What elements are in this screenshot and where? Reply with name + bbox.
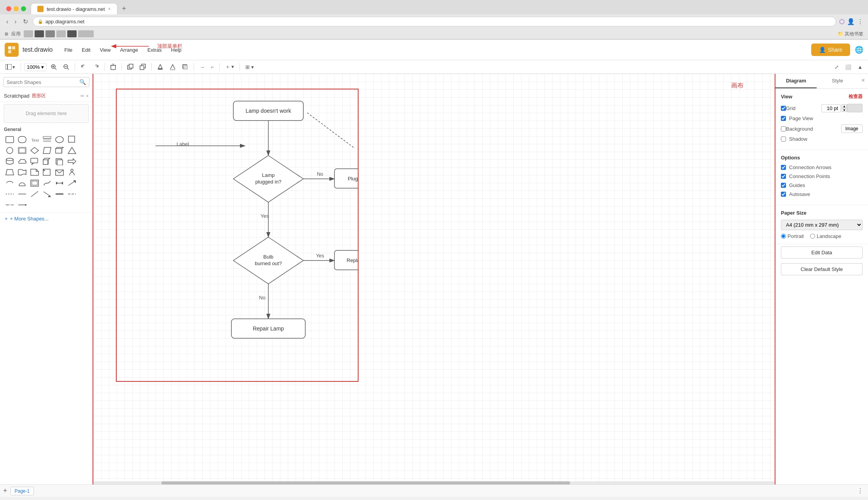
delete-btn[interactable] <box>108 62 118 72</box>
shadow-checkbox[interactable] <box>781 136 786 142</box>
spin-down-btn[interactable]: ▼ <box>842 108 847 112</box>
active-tab[interactable]: test.drawio - diagrams.net × <box>31 3 117 14</box>
more-shapes-btn[interactable]: + + More Shapes... <box>0 212 93 225</box>
shape-wave[interactable] <box>16 167 28 177</box>
autosave-checkbox[interactable] <box>781 192 786 197</box>
forward-btn[interactable]: › <box>13 17 18 26</box>
shape-double-rect[interactable] <box>16 145 28 156</box>
horizontal-scrollbar[interactable] <box>93 481 775 484</box>
clear-default-style-btn[interactable]: Clear Default Style <box>781 263 863 275</box>
shape-arrow-right[interactable] <box>66 156 78 166</box>
shape-message[interactable] <box>54 167 65 177</box>
back-btn[interactable]: ‹ <box>5 17 10 26</box>
grid-checkbox[interactable] <box>781 106 786 111</box>
shape-box-3d[interactable] <box>41 156 53 166</box>
shape-rounded-rect[interactable] <box>16 135 28 145</box>
zoom-out-btn[interactable] <box>61 62 72 72</box>
new-tab-btn[interactable]: + <box>119 5 130 13</box>
url-input[interactable]: 🔒 app.diagrams.net <box>33 17 836 26</box>
tab-diagram[interactable]: Diagram <box>775 74 817 88</box>
edit-data-btn[interactable]: Edit Data <box>781 247 863 259</box>
search-input[interactable] <box>7 79 79 85</box>
shape-circle[interactable] <box>4 145 16 156</box>
table-btn[interactable]: ⊞ ▾ <box>243 63 256 72</box>
shape-s-curve[interactable] <box>41 178 53 188</box>
shape-square[interactable] <box>66 135 78 145</box>
shape-diagonal-line[interactable] <box>29 189 40 199</box>
close-window-btn[interactable] <box>6 6 11 11</box>
shape-parallelogram[interactable] <box>41 145 53 156</box>
background-checkbox[interactable] <box>781 126 786 131</box>
menu-file[interactable]: File <box>60 45 76 54</box>
remove-icon[interactable]: × <box>86 93 89 99</box>
shape-box-open[interactable] <box>54 156 65 166</box>
menu-edit[interactable]: Edit <box>78 45 94 54</box>
shape-half-circle[interactable] <box>16 178 28 188</box>
waypoint-btn[interactable]: ⌐ <box>208 63 216 72</box>
canvas-area[interactable]: 画布 Lamp doesn't work Label <box>93 74 775 484</box>
tab-style[interactable]: Style <box>817 74 858 88</box>
shape-text[interactable]: Text <box>29 135 40 145</box>
shape-trapezoid[interactable] <box>4 167 16 177</box>
to-back-btn[interactable] <box>137 62 148 72</box>
fullscreen-btn[interactable]: ⤢ <box>832 63 841 72</box>
shape-arrow-up-right[interactable] <box>66 178 78 188</box>
edit-icon[interactable]: ✏ <box>80 93 84 99</box>
portrait-option[interactable]: Portrait <box>781 233 804 239</box>
to-front-btn[interactable] <box>125 62 136 72</box>
landscape-radio[interactable] <box>810 234 815 239</box>
more-btn[interactable]: ⋮ <box>857 18 863 25</box>
panel-toggle-btn[interactable]: ▾ <box>3 63 18 72</box>
shape-rect-3d[interactable] <box>54 145 65 156</box>
shape-cloud[interactable] <box>16 156 28 166</box>
menu-help[interactable]: Help <box>167 45 186 54</box>
shape-folded[interactable] <box>41 167 53 177</box>
tab-close-btn[interactable]: × <box>108 6 111 12</box>
shape-thick-line[interactable] <box>54 189 65 199</box>
fill-color-btn[interactable] <box>155 62 166 72</box>
shape-rectangle[interactable] <box>4 135 16 145</box>
shape-dashed-line[interactable] <box>4 189 16 199</box>
add-page-btn[interactable]: + <box>3 487 7 495</box>
image-button[interactable]: Image <box>841 124 863 133</box>
guides-checkbox[interactable] <box>781 183 786 188</box>
reload-btn[interactable]: ↻ <box>21 17 30 26</box>
shape-arrow-line[interactable] <box>16 200 28 210</box>
shape-dotted-line[interactable] <box>66 189 78 199</box>
shape-diamond[interactable] <box>29 145 40 156</box>
globe-button[interactable]: 🌐 <box>855 45 863 54</box>
landscape-option[interactable]: Landscape <box>810 233 842 239</box>
connection-style-btn[interactable]: → <box>197 63 207 72</box>
shape-frame[interactable] <box>29 178 40 188</box>
portrait-radio[interactable] <box>781 234 786 239</box>
page-1-tab[interactable]: Page-1 <box>10 487 34 495</box>
shape-triangle[interactable] <box>66 145 78 156</box>
zoom-control[interactable]: 100% ▾ <box>24 63 47 71</box>
zoom-in-btn[interactable] <box>48 62 59 72</box>
shadow-btn[interactable] <box>180 62 191 72</box>
search-box[interactable]: 🔍 <box>3 77 89 87</box>
shape-ellipse[interactable] <box>54 135 65 145</box>
menu-extras[interactable]: Extras <box>144 45 166 54</box>
connection-arrows-checkbox[interactable] <box>781 165 786 170</box>
shape-list[interactable] <box>41 135 53 145</box>
shape-cylinder[interactable] <box>4 156 16 166</box>
shape-note[interactable] <box>29 167 40 177</box>
paper-size-select[interactable]: A4 (210 mm x 297 mm) A3 Letter <box>781 220 863 230</box>
shape-dash-dot[interactable] <box>4 200 16 210</box>
grid-color-swatch[interactable] <box>847 104 863 112</box>
menu-view[interactable]: View <box>96 45 115 54</box>
menu-arrange[interactable]: Arrange <box>116 45 142 54</box>
maximize-window-btn[interactable] <box>21 6 26 11</box>
insert-btn[interactable]: ＋ ▾ <box>223 62 237 72</box>
panel-close-btn[interactable]: × <box>858 74 868 88</box>
shape-callout[interactable] <box>29 156 40 166</box>
shape-double-arrow[interactable] <box>54 178 65 188</box>
undo-btn[interactable] <box>78 62 89 72</box>
minimize-window-btn[interactable] <box>14 6 19 11</box>
page-btn[interactable]: ⬜ <box>843 63 854 72</box>
spin-up-btn[interactable]: ▲ <box>842 104 847 108</box>
share-button[interactable]: 👤 Share <box>811 44 850 56</box>
page-view-checkbox[interactable] <box>781 116 786 121</box>
more-options-btn[interactable]: ⋮ <box>856 486 865 495</box>
